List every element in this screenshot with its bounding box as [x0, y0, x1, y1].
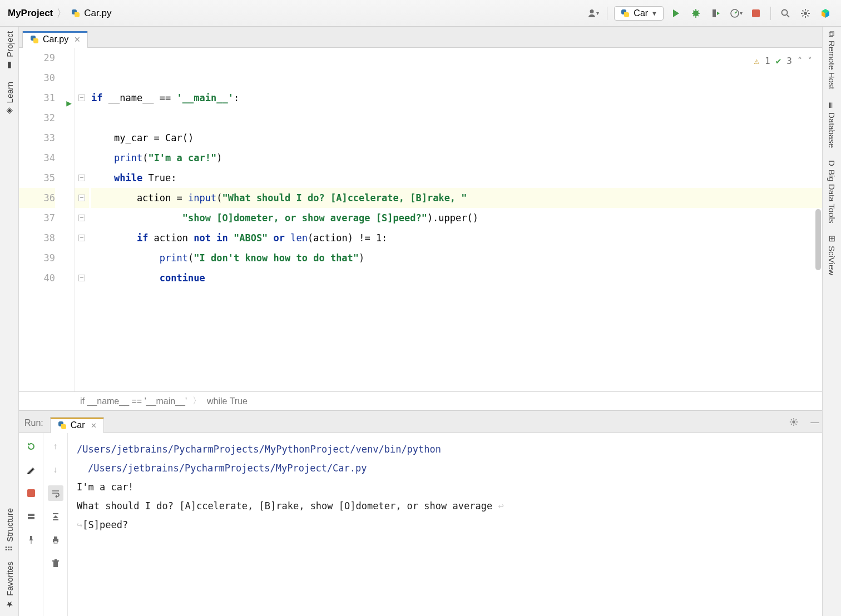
crumb-scope-1[interactable]: if __name__ == '__main__' — [80, 396, 187, 406]
tool-project[interactable]: ▮ Project — [4, 31, 14, 71]
prev-highlight-icon[interactable]: ˄ — [798, 51, 802, 71]
fold-toggle[interactable]: − — [78, 175, 85, 181]
run-settings-icon[interactable] — [786, 415, 801, 429]
next-highlight-icon[interactable]: ˅ — [808, 51, 812, 71]
print-button[interactable] — [48, 532, 63, 548]
rerun-button[interactable] — [23, 439, 39, 454]
code-line[interactable] — [91, 48, 822, 68]
pass-count: 3 — [786, 51, 792, 71]
breadcrumb-project[interactable]: MyProject — [8, 8, 53, 19]
code-line[interactable]: action = input("What should I do? [A]cce… — [91, 188, 822, 208]
line-number: 34 — [19, 148, 55, 168]
up-stack-button[interactable]: ↑ — [48, 439, 63, 454]
close-run-tab-icon[interactable]: ✕ — [91, 421, 97, 430]
sciview-icon: ⊞ — [827, 235, 837, 242]
code-line[interactable]: if action not in "ABOS" or len(action) !… — [91, 228, 822, 248]
svg-rect-5 — [28, 514, 34, 516]
line-number: 32 — [19, 108, 55, 128]
run-tab-label: Car — [71, 420, 85, 430]
fold-cell — [75, 68, 89, 88]
fold-toggle[interactable]: − — [78, 195, 85, 201]
code-line[interactable]: if __name__ == '__main__': — [91, 88, 822, 108]
gutter-run-icon[interactable]: ▶ — [66, 93, 72, 113]
code-content[interactable]: if __name__ == '__main__': my_car = Car(… — [89, 48, 822, 391]
line-number: 36 — [19, 188, 55, 208]
run-config-selector[interactable]: Car ▼ — [614, 6, 664, 21]
tool-structure-label: Structure — [4, 508, 14, 542]
soft-wrap-button[interactable] — [48, 485, 63, 501]
code-line[interactable]: continue — [91, 268, 822, 288]
line-number: 31 — [19, 88, 55, 108]
editor-breadcrumb[interactable]: if __name__ == '__main__' 〉 while True — [19, 391, 822, 410]
code-line[interactable]: print("I don't know how to do that") — [91, 248, 822, 268]
tool-remote-host[interactable]: ⧉ Remote Host — [827, 31, 837, 90]
stop-button[interactable] — [748, 6, 764, 21]
line-number: 38 — [19, 228, 55, 248]
tool-database[interactable]: ≣ Database — [827, 102, 837, 148]
chevron-down-icon: ▼ — [651, 10, 657, 17]
svg-point-2 — [782, 9, 788, 15]
inspection-widget[interactable]: ⚠ 1 ✔ 3 ˄ ˅ — [754, 51, 812, 71]
run-console[interactable]: /Users/jetbrains/PycharmProjects/MyPytho… — [68, 433, 822, 616]
code-line[interactable]: print("I'm a car!") — [91, 148, 822, 168]
python-file-icon — [71, 8, 81, 18]
crumb-scope-2[interactable]: while True — [207, 396, 248, 406]
file-tab-car[interactable]: Car.py ✕ — [22, 31, 88, 48]
code-line[interactable]: "show [O]dometer, or show average [S]pee… — [91, 208, 822, 228]
fold-toggle[interactable]: − — [78, 215, 85, 221]
tool-favorites[interactable]: ★ Favorites — [4, 562, 14, 609]
warning-icon: ⚠ — [754, 51, 759, 71]
tool-structure[interactable]: ⠿ Structure — [4, 508, 14, 552]
code-line[interactable] — [91, 108, 822, 128]
code-editor[interactable]: ⚠ 1 ✔ 3 ˄ ˅ 2930▶31323334353637383940 −−… — [19, 48, 822, 391]
breadcrumb: MyProject 〉 Car.py — [8, 6, 111, 21]
close-tab-icon[interactable]: ✕ — [74, 35, 81, 44]
big-data-icon: D — [827, 160, 837, 166]
layout-button[interactable] — [23, 509, 39, 524]
fold-toggle[interactable]: − — [78, 235, 85, 241]
tool-big-data[interactable]: D Big Data Tools — [827, 160, 837, 223]
delete-button[interactable] — [48, 555, 63, 571]
console-line-1: I'm a car! — [77, 478, 813, 496]
search-everywhere-button[interactable] — [778, 6, 793, 21]
jetbrains-toolbox-icon[interactable] — [818, 6, 833, 21]
debug-button[interactable] — [688, 6, 704, 21]
stop-run-button[interactable] — [23, 485, 39, 501]
editor-scrollbar-thumb[interactable] — [815, 209, 821, 270]
editor-tabs: Car.py ✕ — [19, 27, 822, 48]
coverage-button[interactable] — [708, 6, 724, 21]
fold-cell — [75, 128, 89, 148]
left-tool-strip: ▮ Project ◈ Learn ⠿ Structure ★ Favorite… — [0, 27, 19, 616]
tool-learn[interactable]: ◈ Learn — [4, 82, 14, 116]
python-run-icon — [57, 420, 67, 430]
breadcrumb-file[interactable]: Car.py — [84, 8, 111, 19]
fold-toggle[interactable]: − — [78, 95, 85, 101]
tool-big-data-label: Big Data Tools — [827, 170, 837, 223]
code-line[interactable]: while True: — [91, 168, 822, 188]
fold-cell: − — [75, 188, 89, 208]
console-line-2b: [S]peed? — [82, 519, 128, 530]
breadcrumb-separator: 〉 — [192, 395, 201, 407]
run-config-name: Car — [634, 8, 648, 18]
run-title: Run: — [24, 418, 43, 433]
pin-button[interactable] — [23, 532, 39, 548]
svg-point-3 — [804, 12, 807, 15]
fold-toggle[interactable]: − — [78, 275, 85, 281]
star-icon: ★ — [4, 599, 14, 609]
run-button[interactable] — [668, 6, 684, 21]
settings-button[interactable] — [798, 6, 813, 21]
code-line[interactable]: my_car = Car() — [91, 128, 822, 148]
hide-run-icon[interactable]: — — [808, 415, 822, 429]
check-icon: ✔ — [776, 51, 781, 71]
edit-config-button[interactable] — [23, 462, 39, 478]
fold-cell — [75, 248, 89, 268]
code-line[interactable] — [91, 68, 822, 88]
run-tab-car[interactable]: Car ✕ — [50, 417, 104, 433]
profile-button[interactable]: ▾ — [728, 6, 744, 21]
vcs-user-icon[interactable]: ▾ — [585, 6, 600, 21]
fold-cell: − — [75, 168, 89, 188]
down-stack-button[interactable]: ↓ — [48, 462, 63, 478]
scroll-to-end-button[interactable] — [48, 509, 63, 524]
tool-sciview[interactable]: ⊞ SciView — [827, 235, 837, 275]
line-number: 33 — [19, 128, 55, 148]
